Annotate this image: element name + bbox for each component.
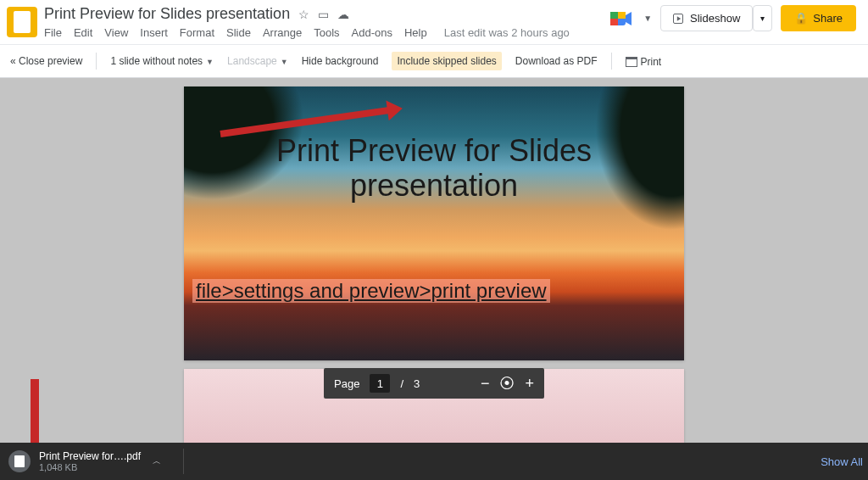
chevron-up-icon[interactable]: ︿ bbox=[153, 455, 161, 467]
star-icon[interactable]: ☆ bbox=[298, 8, 309, 21]
chevron-down-icon: ▼ bbox=[281, 58, 288, 66]
page-label: Page bbox=[334, 377, 359, 390]
zoom-in-button[interactable]: + bbox=[525, 376, 534, 391]
download-item[interactable]: Print Preview for….pdf 1,048 KB ︿ bbox=[8, 450, 178, 472]
annotation-arrow-to-download-shelf bbox=[31, 379, 39, 443]
meet-icon[interactable] bbox=[609, 8, 635, 29]
print-label: Print bbox=[641, 56, 662, 68]
page-control-bar: Page 1 / 3 − ⦿ + bbox=[324, 368, 544, 399]
menu-file[interactable]: File bbox=[44, 26, 62, 39]
slideshow-dropdown-button[interactable]: ▾ bbox=[753, 5, 772, 31]
menu-view[interactable]: View bbox=[104, 26, 128, 39]
download-filename: Print Preview for….pdf bbox=[39, 450, 141, 462]
include-skipped-slides-button[interactable]: Include skipped slides bbox=[392, 52, 501, 70]
print-button[interactable]: Print bbox=[626, 55, 662, 68]
download-shelf: Print Preview for….pdf 1,048 KB ︿ Show A… bbox=[0, 443, 868, 480]
share-label: Share bbox=[813, 12, 843, 25]
preview-toolbar: « Close preview 1 slide without notes▼ L… bbox=[0, 44, 868, 78]
page-current-input[interactable]: 1 bbox=[370, 374, 390, 393]
menu-help[interactable]: Help bbox=[404, 26, 427, 39]
document-title[interactable]: Print Preview for Slides presentation bbox=[44, 5, 290, 23]
menu-addons[interactable]: Add-ons bbox=[352, 26, 392, 39]
title-bar: Print Preview for Slides presentation ☆ … bbox=[0, 0, 868, 44]
cloud-icon[interactable]: ☁ bbox=[337, 8, 349, 21]
download-filesize: 1,048 KB bbox=[39, 462, 141, 472]
chevron-down-icon: ▾ bbox=[760, 14, 765, 23]
download-as-pdf-button[interactable]: Download as PDF bbox=[515, 55, 598, 67]
move-icon[interactable]: ▭ bbox=[318, 8, 329, 21]
slide-title-line1: Print Preview for Slides bbox=[184, 133, 684, 168]
slideshow-label: Slideshow bbox=[690, 12, 740, 25]
slides-logo[interactable] bbox=[7, 7, 37, 37]
menu-arrange[interactable]: Arrange bbox=[263, 26, 302, 39]
last-edit-text[interactable]: Last edit was 2 hours ago bbox=[444, 26, 570, 39]
zoom-out-button[interactable]: − bbox=[481, 376, 490, 391]
orientation-dropdown[interactable]: Landscape▼ bbox=[227, 55, 288, 67]
zoom-reset-button[interactable]: ⦿ bbox=[499, 376, 515, 391]
divider bbox=[183, 449, 184, 474]
menu-tools[interactable]: Tools bbox=[314, 26, 339, 39]
preview-canvas: Print Preview for Slides presentation fi… bbox=[0, 78, 868, 443]
present-icon bbox=[673, 14, 683, 24]
pdf-file-icon bbox=[8, 450, 31, 472]
page-total: 3 bbox=[414, 377, 420, 390]
orientation-label: Landscape bbox=[227, 55, 277, 67]
share-button[interactable]: 🔒 Share bbox=[781, 5, 856, 31]
slide-title-line2: presentation bbox=[184, 168, 684, 203]
show-all-button[interactable]: Show All bbox=[821, 455, 863, 468]
meet-dropdown-icon[interactable]: ▼ bbox=[643, 14, 652, 23]
page-separator: / bbox=[400, 377, 403, 390]
layout-dropdown[interactable]: 1 slide without notes▼ bbox=[110, 55, 214, 67]
slideshow-button[interactable]: Slideshow bbox=[660, 5, 753, 31]
lock-icon: 🔒 bbox=[794, 12, 808, 25]
slide-subtitle: file>settings and preview>print preview bbox=[192, 279, 550, 303]
menu-format[interactable]: Format bbox=[180, 26, 214, 39]
slide-title: Print Preview for Slides presentation bbox=[184, 133, 684, 204]
svg-rect-1 bbox=[610, 12, 618, 19]
svg-rect-2 bbox=[618, 12, 626, 19]
divider bbox=[96, 53, 97, 70]
menu-slide[interactable]: Slide bbox=[226, 26, 251, 39]
svg-rect-3 bbox=[610, 19, 618, 25]
close-preview-button[interactable]: « Close preview bbox=[10, 55, 82, 67]
chevron-down-icon: ▼ bbox=[206, 58, 214, 66]
menu-insert[interactable]: Insert bbox=[140, 26, 168, 39]
layout-label: 1 slide without notes bbox=[110, 55, 203, 67]
menu-edit[interactable]: Edit bbox=[74, 26, 92, 39]
menu-bar: File Edit View Insert Format Slide Arran… bbox=[44, 23, 603, 44]
print-icon bbox=[626, 57, 637, 67]
hide-background-button[interactable]: Hide background bbox=[302, 55, 379, 67]
divider bbox=[611, 53, 612, 70]
